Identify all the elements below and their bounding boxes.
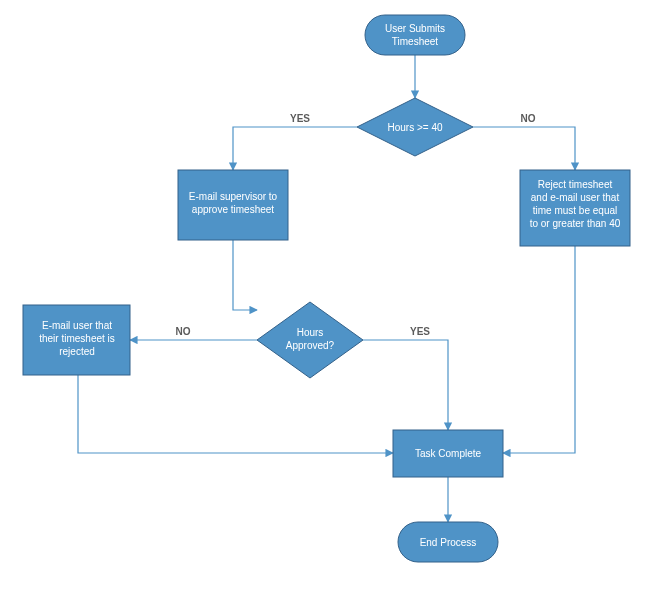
node-proc-reject40: Reject timesheet and e-mail user that ti… — [520, 170, 630, 246]
node-proc-email-rej-line2: their timesheet is — [39, 333, 115, 344]
node-proc-reject40-line3: time must be equal — [533, 205, 618, 216]
svg-text:E-mail supervisor to: E-mail supervisor to — [189, 191, 278, 202]
edge-decapproved-yes — [363, 340, 448, 430]
svg-text:to or greater than 40: to or greater than 40 — [530, 218, 621, 229]
svg-text:Reject timesheet: Reject timesheet — [538, 179, 613, 190]
svg-text:User Submits: User Submits — [385, 23, 445, 34]
node-proc-email-sup-line2: approve timesheet — [192, 204, 274, 215]
node-start: User Submits Timesheet — [365, 15, 465, 55]
svg-text:Hours: Hours — [297, 327, 324, 338]
node-proc-reject40-line4: to or greater than 40 — [530, 218, 621, 229]
svg-text:Hours >= 40: Hours >= 40 — [387, 122, 442, 133]
node-proc-email-sup: E-mail supervisor to approve timesheet — [178, 170, 288, 240]
svg-text:and e-mail user that: and e-mail user that — [531, 192, 620, 203]
svg-text:E-mail user that: E-mail user that — [42, 320, 112, 331]
node-start-line1: User Submits — [385, 23, 445, 34]
node-dec-approved: Hours Approved? — [257, 302, 363, 378]
edge-dec-hours40-yes — [233, 127, 357, 170]
node-start-line2: Timesheet — [392, 36, 439, 47]
node-proc-email-rej-line1: E-mail user that — [42, 320, 112, 331]
edge-label-no-1: NO — [521, 113, 536, 124]
node-end-line1: End Process — [420, 537, 477, 548]
svg-text:Task Complete: Task Complete — [415, 448, 482, 459]
svg-text:rejected: rejected — [59, 346, 95, 357]
node-end: End Process — [398, 522, 498, 562]
edge-emailrej-to-complete — [78, 375, 393, 453]
node-dec-hours40-line1: Hours >= 40 — [387, 122, 442, 133]
node-proc-complete-line1: Task Complete — [415, 448, 482, 459]
edge-dec-hours40-no — [473, 127, 575, 170]
node-dec-approved-line2: Approved? — [286, 340, 335, 351]
node-proc-reject40-line1: Reject timesheet — [538, 179, 613, 190]
edge-reject40-to-complete — [503, 246, 575, 453]
edge-label-yes-2: YES — [410, 326, 430, 337]
node-proc-email-sup-line1: E-mail supervisor to — [189, 191, 278, 202]
edge-label-yes-1: YES — [290, 113, 310, 124]
node-proc-email-rej-line3: rejected — [59, 346, 95, 357]
flowchart-canvas: YES NO NO YES User Submits Timesheet Hou… — [0, 0, 649, 592]
edge-label-no-2: NO — [176, 326, 191, 337]
node-dec-approved-line1: Hours — [297, 327, 324, 338]
svg-rect-0 — [365, 15, 465, 55]
node-proc-complete: Task Complete — [393, 430, 503, 477]
node-proc-email-rej: E-mail user that their timesheet is reje… — [23, 305, 130, 375]
svg-text:End Process: End Process — [420, 537, 477, 548]
edge-emailsup-to-decapproved — [233, 240, 257, 310]
node-proc-reject40-line2: and e-mail user that — [531, 192, 620, 203]
svg-text:Timesheet: Timesheet — [392, 36, 439, 47]
svg-text:Approved?: Approved? — [286, 340, 335, 351]
node-dec-hours40: Hours >= 40 — [357, 98, 473, 156]
svg-text:their timesheet is: their timesheet is — [39, 333, 115, 344]
svg-text:approve timesheet: approve timesheet — [192, 204, 274, 215]
svg-text:time must be equal: time must be equal — [533, 205, 618, 216]
